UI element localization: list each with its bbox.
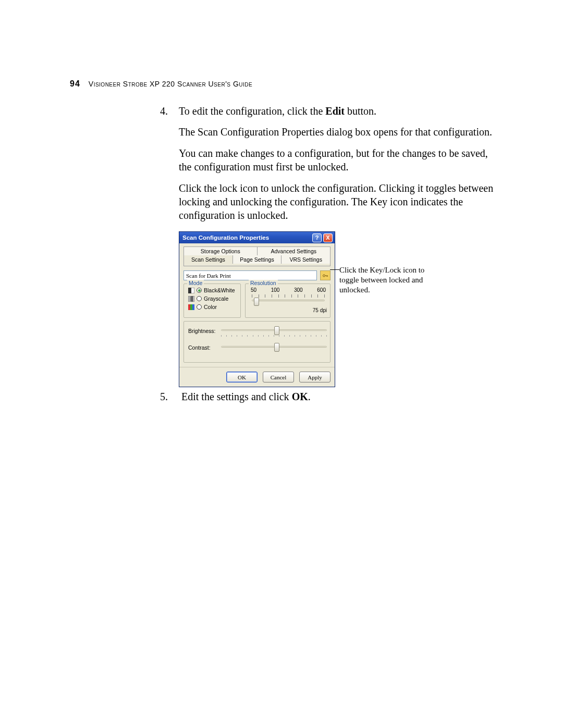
key-icon (322, 273, 328, 279)
step-number: 4. (160, 104, 168, 118)
mode-color[interactable]: Color (188, 304, 237, 310)
svg-rect-8 (192, 304, 194, 310)
resolution-legend: Resolution (249, 280, 278, 286)
dialog-body: Storage Options Advanced Settings Scan S… (179, 243, 335, 367)
resolution-slider-knob[interactable] (254, 298, 259, 306)
mode-color-label: Color (204, 304, 217, 310)
tab-strip: Storage Options Advanced Settings Scan S… (183, 246, 331, 264)
resolution-group: Resolution 50 100 300 600 75 dpi (245, 283, 331, 318)
dialog-titlebar[interactable]: Scan Configuration Properties ? X (179, 232, 335, 243)
button-bar: OK Cancel Apply (179, 367, 335, 387)
figure: Scan Configuration Properties ? X Storag… (179, 231, 518, 387)
scan-config-dialog: Scan Configuration Properties ? X Storag… (179, 231, 335, 387)
contrast-slider[interactable] (221, 341, 327, 354)
ok-label: OK (238, 374, 246, 380)
text: button. (345, 105, 376, 117)
tab-page-settings[interactable]: Page Settings (233, 255, 282, 264)
tab-storage-options[interactable]: Storage Options (183, 246, 258, 255)
mode-bw-label: Black&White (204, 287, 235, 293)
lock-toggle-button[interactable] (320, 270, 331, 280)
text: To edit the configuration, click the (179, 105, 325, 117)
apply-label: Apply (308, 374, 322, 380)
resolution-slider[interactable] (250, 294, 327, 306)
brightness-slider[interactable] (221, 325, 327, 337)
step4-line4: Click the lock icon to unlock the config… (179, 181, 499, 223)
brightness-label: Brightness: (188, 328, 217, 334)
apply-button[interactable]: Apply (299, 372, 331, 382)
cancel-label: Cancel (271, 374, 287, 380)
callout-text: Click the Key/Lock icon to toggle betwee… (339, 265, 433, 294)
tick-100: 100 (271, 287, 280, 293)
dialog-title: Scan Configuration Properties (182, 235, 311, 241)
mode-grayscale[interactable]: Grayscale (188, 295, 237, 302)
step4-line2: The Scan Configuration Properties dialog… (179, 125, 499, 139)
contrast-label: Contrast: (188, 344, 217, 351)
svg-point-0 (323, 275, 325, 277)
resolution-value: 75 dpi (250, 307, 327, 313)
tab-vrs-settings[interactable]: VRS Settings (282, 255, 331, 264)
resolution-ticks: 50 100 300 600 (250, 287, 327, 294)
callout-leader-line (330, 269, 339, 270)
step4-line1: To edit the configuration, click the Edi… (179, 104, 499, 118)
callout-content: Click the Key/Lock icon to toggle betwee… (339, 266, 424, 294)
step4-line3: You can make changes to a configuration,… (179, 146, 499, 174)
document-page: 94 Visioneer Strobe XP 220 Scanner User'… (0, 0, 563, 728)
guide-title: Visioneer Strobe XP 220 Scanner User's G… (89, 80, 252, 88)
tab-underline (183, 264, 331, 266)
mode-legend: Mode (187, 280, 204, 286)
tick-50: 50 (251, 287, 256, 293)
svg-rect-7 (190, 304, 192, 310)
mode-bw[interactable]: Black&White (188, 287, 237, 293)
mode-group: Mode Black&White Grayscale (183, 283, 241, 318)
tab-scan-settings[interactable]: Scan Settings (183, 255, 233, 264)
cancel-button[interactable]: Cancel (263, 372, 294, 382)
text: . (308, 391, 311, 402)
body-text: 4. To edit the configuration, click the … (160, 104, 499, 230)
step-5: 5. Edit the settings and click OK. (160, 391, 499, 403)
text: Edit the settings and click (181, 391, 292, 402)
tick-600: 600 (317, 287, 326, 293)
brightness-knob[interactable] (274, 326, 279, 335)
step-number: 5. (160, 391, 179, 403)
config-name-input[interactable] (183, 270, 317, 280)
help-icon: ? (315, 235, 319, 241)
edit-word: Edit (325, 105, 345, 117)
running-header: 94 Visioneer Strobe XP 220 Scanner User'… (70, 79, 497, 89)
bw-icon (188, 288, 194, 293)
svg-rect-5 (191, 296, 193, 302)
contrast-knob[interactable] (274, 343, 279, 352)
svg-rect-6 (188, 304, 190, 310)
tab-advanced-settings[interactable]: Advanced Settings (258, 246, 331, 255)
grayscale-icon (188, 296, 194, 302)
ok-word: OK (292, 391, 308, 402)
page-number: 94 (70, 79, 80, 88)
svg-rect-4 (190, 296, 191, 302)
radio-bw[interactable] (197, 288, 202, 293)
tick-300: 300 (294, 287, 303, 293)
help-button[interactable]: ? (312, 233, 322, 242)
radio-color[interactable] (197, 304, 202, 310)
radio-grayscale[interactable] (197, 296, 202, 301)
close-button[interactable]: X (323, 233, 333, 242)
close-icon: X (326, 235, 329, 241)
color-icon (188, 304, 194, 310)
step-4: 4. To edit the configuration, click the … (160, 104, 499, 223)
brightness-contrast-group: Brightness: Contrast: (183, 321, 331, 363)
ok-button[interactable]: OK (226, 372, 258, 382)
svg-rect-2 (188, 288, 191, 293)
mode-gray-label: Grayscale (204, 295, 228, 302)
